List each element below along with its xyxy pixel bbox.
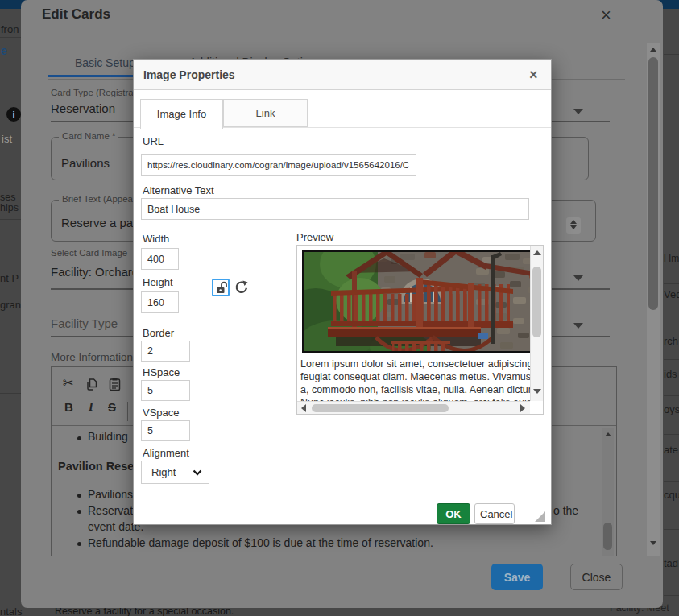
tab-link[interactable]: Link bbox=[223, 99, 308, 127]
copy-icon[interactable] bbox=[85, 378, 98, 391]
bg-divider bbox=[664, 529, 679, 530]
hspace-label: HSpace bbox=[143, 366, 180, 378]
stepper-icon[interactable] bbox=[566, 217, 581, 234]
save-button[interactable]: Save bbox=[491, 564, 543, 590]
ok-button[interactable]: OK bbox=[437, 503, 470, 524]
close-button[interactable]: Close bbox=[570, 564, 623, 590]
dialog-title: Image Properties bbox=[143, 68, 235, 81]
bullet-icon bbox=[77, 542, 81, 546]
bg-text-fragment: ate bbox=[664, 444, 678, 456]
alt-text-label: Alternative Text bbox=[143, 184, 214, 196]
bg-text-fragment: nt P bbox=[0, 272, 19, 284]
bullet-icon bbox=[77, 494, 81, 498]
bold-button[interactable]: B bbox=[64, 400, 73, 414]
chevron-down-icon[interactable] bbox=[573, 323, 583, 329]
border-input[interactable] bbox=[141, 341, 190, 362]
url-label: URL bbox=[143, 135, 164, 147]
bg-divider bbox=[0, 393, 21, 394]
width-input[interactable] bbox=[141, 248, 179, 270]
preview-viewport: Lorem ipsum dolor sit amet, consectetuer… bbox=[297, 246, 530, 401]
url-input[interactable] bbox=[141, 154, 416, 176]
italic-button[interactable]: I bbox=[89, 400, 93, 414]
resize-handle[interactable] bbox=[535, 511, 545, 522]
preview-hscrollbar-thumb[interactable] bbox=[312, 404, 449, 412]
preview-label: Preview bbox=[296, 231, 333, 243]
more-information-label: More Information bbox=[51, 351, 133, 363]
preview-lorem-text: Lorem ipsum dolor sit amet, consectetuer… bbox=[300, 358, 530, 401]
chevron-down-icon bbox=[193, 469, 202, 476]
select-card-image-label: Select Card Image bbox=[51, 248, 127, 258]
bg-text-fragment: l Ima bbox=[664, 253, 679, 264]
paste-icon[interactable] bbox=[108, 377, 122, 391]
bg-divider bbox=[0, 219, 21, 220]
preview-image bbox=[302, 250, 530, 353]
editor-text: Reservat bbox=[88, 504, 133, 517]
tab-image-info[interactable]: Image Info bbox=[140, 99, 223, 129]
dialog-footer-rule bbox=[134, 498, 551, 498]
alignment-select[interactable]: Right bbox=[141, 461, 209, 484]
bg-text-fragment: ntals bbox=[0, 606, 22, 616]
vspace-input[interactable] bbox=[141, 420, 190, 441]
alt-text-input[interactable] bbox=[141, 198, 529, 220]
editor-text: Refundable damage deposit of $100 is due… bbox=[88, 536, 433, 549]
height-input[interactable] bbox=[141, 291, 179, 313]
bg-text-fragment: cqu bbox=[664, 489, 679, 501]
editor-text: Pavilions bbox=[88, 488, 133, 501]
bullet-icon bbox=[77, 436, 81, 440]
bg-text-fragment: ses bbox=[0, 192, 15, 203]
height-label: Height bbox=[143, 276, 173, 288]
editor-scrollbar-thumb[interactable] bbox=[603, 523, 612, 550]
chevron-down-icon[interactable] bbox=[573, 109, 583, 114]
cut-icon[interactable]: ✂ bbox=[63, 375, 73, 391]
preview-vscrollbar[interactable] bbox=[530, 246, 543, 401]
bg-divider bbox=[664, 359, 679, 360]
bg-text-fragment: tad bbox=[664, 557, 678, 569]
strikethrough-button[interactable]: S bbox=[108, 400, 116, 414]
bg-text-fragment: fron bbox=[1, 23, 19, 35]
bg-divider bbox=[0, 147, 21, 147]
dialog-close-button[interactable]: × bbox=[529, 68, 538, 81]
card-name-label: Card Name * bbox=[59, 131, 118, 141]
image-properties-dialog: Image Properties × Image Info Link URL A… bbox=[133, 59, 552, 525]
bg-divider bbox=[664, 283, 679, 284]
bg-text-fragment: Ved bbox=[664, 288, 679, 300]
card-type-value[interactable]: Reservation bbox=[51, 101, 115, 115]
hspace-input[interactable] bbox=[141, 380, 190, 401]
bg-divider bbox=[664, 481, 679, 482]
alignment-label: Alignment bbox=[143, 447, 189, 459]
editor-text: o the bbox=[553, 504, 578, 517]
brief-text-label: Brief Text (Appears bbox=[59, 194, 144, 204]
screen: fron e i ist ses hips nt P gran ntals l … bbox=[0, 0, 679, 616]
tab-basic-setup[interactable]: Basic Setup bbox=[75, 56, 135, 69]
modal-scrollbar-thumb[interactable] bbox=[648, 57, 658, 310]
modal-close-button[interactable]: × bbox=[601, 7, 611, 23]
chevron-down-icon[interactable] bbox=[573, 275, 583, 281]
select-card-image-value[interactable]: Facility: Orchard bbox=[51, 265, 139, 279]
bg-divider bbox=[664, 434, 679, 435]
bg-link-fragment: e bbox=[1, 44, 7, 57]
preview-hscrollbar[interactable] bbox=[297, 401, 530, 414]
bg-text-fragment: hips bbox=[0, 202, 19, 213]
bg-divider bbox=[0, 353, 21, 353]
card-name-value: Pavilions bbox=[61, 156, 110, 170]
reset-size-icon[interactable] bbox=[234, 280, 248, 295]
cancel-button[interactable]: Cancel bbox=[474, 503, 515, 524]
bg-text-fragment: ist bbox=[2, 133, 12, 145]
bg-text-fragment: oys bbox=[664, 403, 679, 415]
bg-text-fragment: rch bbox=[664, 335, 678, 347]
preview-vscrollbar-thumb[interactable] bbox=[532, 267, 541, 337]
modal-scrollbar[interactable] bbox=[647, 43, 660, 556]
toolbar-separator bbox=[127, 402, 128, 421]
brief-text-value: Reserve a park bbox=[61, 216, 143, 229]
bg-divider bbox=[664, 595, 679, 596]
dialog-header[interactable]: Image Properties × bbox=[134, 60, 551, 90]
editor-text: Building bbox=[88, 430, 128, 443]
bg-text-fragment: gran bbox=[0, 299, 21, 311]
alignment-value: Right bbox=[151, 466, 176, 478]
info-icon: i bbox=[6, 107, 21, 122]
editor-scrollbar[interactable] bbox=[602, 428, 614, 556]
border-label: Border bbox=[143, 327, 174, 339]
facility-type-label[interactable]: Facility Type bbox=[51, 316, 118, 330]
lock-ratio-icon[interactable] bbox=[212, 279, 230, 296]
bg-divider bbox=[0, 271, 21, 271]
